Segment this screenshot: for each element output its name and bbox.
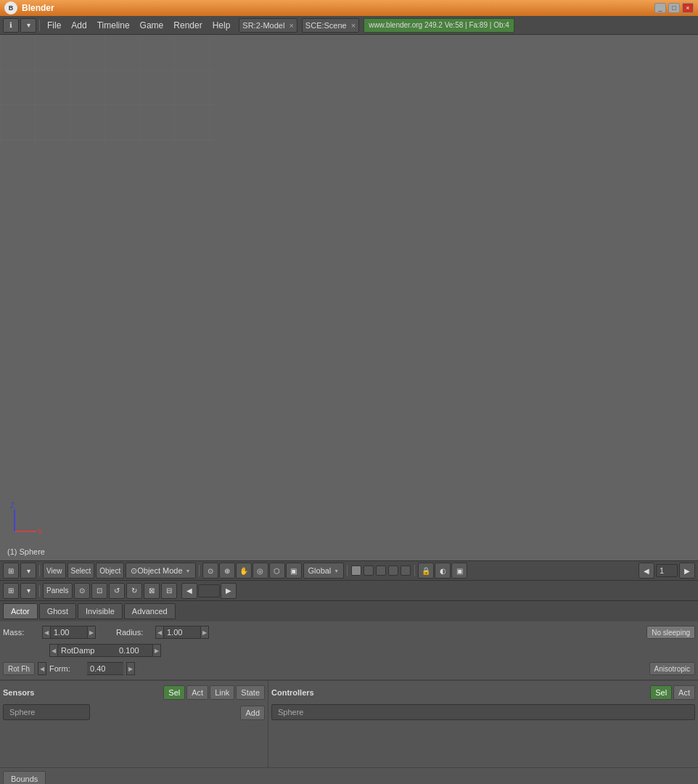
select-menu[interactable]: Select [67, 563, 95, 579]
form-inc[interactable]: ▶ [126, 662, 135, 675]
close-button[interactable]: × [682, 3, 694, 13]
sensors-state-btn[interactable]: State [236, 685, 265, 700]
object-menu[interactable]: Object [96, 563, 124, 579]
3d-viewport[interactable]: X Z (1) Sphere [0, 35, 698, 560]
panel-frame[interactable] [198, 584, 220, 597]
sensors-act-btn[interactable]: Act [186, 685, 208, 700]
sensors-object: Sphere [3, 704, 90, 720]
panel-icon1[interactable]: ⊙ [74, 583, 90, 599]
rotdamp-dec[interactable]: ◀ [49, 644, 58, 657]
menu-timeline[interactable]: Timeline [93, 18, 134, 33]
rotdamp-stepper: ◀ RotDamp 0.100 ▶ [49, 644, 161, 657]
frame-fwd[interactable]: ▶ [221, 583, 237, 599]
mass-inc[interactable]: ▶ [87, 626, 96, 639]
phys-tab-ghost[interactable]: Ghost [39, 603, 76, 619]
render-mode-btn[interactable]: ▣ [451, 563, 467, 579]
layer4[interactable] [388, 565, 398, 576]
menu-render[interactable]: Render [169, 18, 206, 33]
panel-icon4[interactable]: ↻ [126, 583, 142, 599]
snap-toggle[interactable]: ⬡ [269, 563, 285, 579]
phys-tab-actor[interactable]: Actor [3, 603, 38, 619]
sensors-header: Sensors Sel Act Link State [3, 684, 265, 701]
mode-icon: ⊙ [131, 566, 137, 576]
viewport-type-btn[interactable]: ⊞ [3, 563, 19, 579]
grab-btn[interactable]: ⊕ [219, 563, 235, 579]
sensors-sel-btn[interactable]: Sel [163, 685, 185, 700]
frame-current[interactable]: 1 [656, 564, 678, 577]
render-icons: 🔒 ◐ ▣ [418, 563, 467, 579]
global-dropdown[interactable]: Global [303, 563, 345, 579]
sensors-add-btn[interactable]: Add [240, 706, 265, 720]
pivot-btn[interactable]: ✋ [236, 563, 252, 579]
frame-next[interactable]: ▶ [679, 563, 695, 579]
proportional-btn[interactable]: ◎ [252, 563, 268, 579]
lock-btn[interactable]: 🔒 [418, 563, 434, 579]
radius-inc[interactable]: ▶ [200, 626, 209, 639]
panel-icon5[interactable]: ⊠ [144, 583, 160, 599]
mirror-btn[interactable]: ▣ [286, 563, 302, 579]
scene-tab-scene[interactable]: SCE:Scene × [302, 18, 359, 33]
form-label: Form: [49, 664, 86, 673]
view-menu[interactable]: View [43, 563, 66, 579]
titlebar: B Blender _ □ × [0, 0, 698, 16]
anisotropic-btn[interactable]: Anisotropic [649, 662, 695, 675]
controllers-title: Controllers [271, 688, 649, 697]
controllers-act-btn[interactable]: Act [673, 685, 695, 700]
overlay-btn[interactable]: ◐ [435, 563, 451, 579]
form-dec[interactable]: ◀ [38, 662, 46, 675]
layer-icons [350, 565, 411, 576]
window-controls: _ □ × [654, 3, 694, 13]
frame-prev[interactable]: ◀ [639, 563, 654, 579]
mass-dec[interactable]: ◀ [42, 626, 51, 639]
title-text: Blender [22, 3, 654, 13]
rotdamp-inc[interactable]: ▶ [152, 644, 161, 657]
layer1[interactable] [351, 565, 361, 576]
mass-value[interactable]: 1.00 [51, 626, 87, 639]
bounds-button[interactable]: Bounds [3, 771, 46, 784]
phys-tab-invisible[interactable]: Invisible [78, 603, 123, 619]
layer3[interactable] [376, 565, 386, 576]
no-sleeping-btn[interactable]: No sleeping [646, 626, 695, 639]
menu-file[interactable]: File [43, 18, 65, 33]
rotdamp-label: RotDamp [58, 644, 116, 657]
rotdamp-value[interactable]: 0.100 [116, 644, 152, 657]
form-value[interactable]: 0.40 [87, 662, 123, 675]
menu-expand-icon[interactable]: ▾ [20, 18, 36, 33]
physics-panel: Actor Ghost Invisible Advanced Mass: ◀ 1… [0, 601, 698, 680]
phys-tab-advanced[interactable]: Advanced [124, 603, 176, 619]
panel-toggle[interactable]: ▾ [20, 583, 36, 599]
sensors-link-btn[interactable]: Link [210, 685, 234, 700]
mode-dropdown[interactable]: ⊙ Object Mode [126, 563, 195, 579]
menu-game[interactable]: Game [136, 18, 168, 33]
separator4 [414, 565, 415, 576]
physics-row2: ◀ RotDamp 0.100 ▶ [3, 642, 695, 658]
status-bar: www.blender.org 249.2 Ve:58 | Fa:89 | Ob… [364, 18, 514, 33]
separator-p [39, 585, 40, 597]
panel-icon6[interactable]: ⊟ [161, 583, 177, 599]
menu-help[interactable]: Help [208, 18, 235, 33]
rot-fh-btn[interactable]: Rot Fh [3, 662, 35, 675]
separator3 [347, 565, 348, 576]
info-icon[interactable]: ℹ [3, 18, 19, 33]
radius-value[interactable]: 1.00 [164, 626, 200, 639]
maximize-button[interactable]: □ [668, 3, 680, 13]
minimize-button[interactable]: _ [654, 3, 666, 13]
radius-dec[interactable]: ◀ [155, 626, 164, 639]
panels-label[interactable]: Panels [43, 583, 73, 599]
radius-stepper: ◀ 1.00 ▶ [155, 626, 209, 639]
snap-btn[interactable]: ⊙ [202, 563, 218, 579]
frame-back[interactable]: ◀ [181, 583, 197, 599]
layer2[interactable] [364, 565, 374, 576]
panel-type-btn[interactable]: ⊞ [3, 583, 19, 599]
panel-icon2[interactable]: ⊡ [91, 583, 107, 599]
scene-tab-model[interactable]: SR:2-Model × [239, 18, 297, 33]
physics-tabs: Actor Ghost Invisible Advanced [0, 601, 698, 621]
menu-add[interactable]: Add [67, 18, 91, 33]
panel-icon3[interactable]: ↺ [109, 583, 125, 599]
controllers-sel-btn[interactable]: Sel [650, 685, 672, 700]
close-tab-scene[interactable]: × [351, 21, 356, 30]
close-tab-model[interactable]: × [289, 21, 293, 30]
viewport-toggle[interactable]: ▾ [20, 563, 36, 579]
physics-row1: Mass: ◀ 1.00 ▶ Radius: ◀ 1.00 ▶ No sleep… [3, 624, 695, 640]
layer5[interactable] [401, 565, 411, 576]
